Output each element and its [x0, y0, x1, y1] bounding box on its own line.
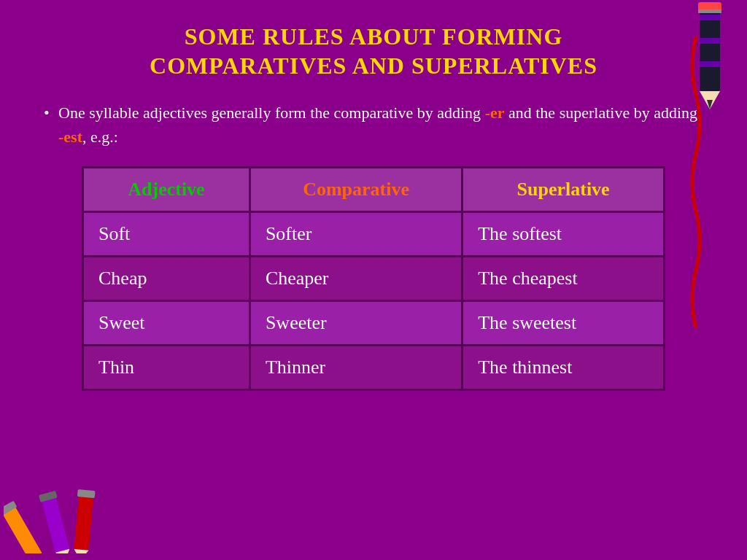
page-container: SOME RULES ABOUT FORMING COMPARATIVES AN…	[0, 0, 747, 560]
title-line1: SOME RULES ABOUT FORMING	[185, 23, 563, 50]
desc-text2: and the superlative by adding	[504, 104, 697, 122]
grammar-table-wrapper: Adjective Comparative Superlative SoftSo…	[82, 166, 665, 391]
suffix-er: -er	[485, 104, 505, 122]
table-row: ThinThinnerThe thinnest	[83, 346, 665, 390]
suffix-est: -est	[58, 128, 82, 146]
table-cell-r0-c1: Softer	[249, 212, 462, 257]
header-superlative: Superlative	[462, 168, 665, 212]
header-comparative: Comparative	[249, 168, 462, 212]
table-cell-r1-c1: Cheaper	[249, 257, 462, 301]
description-text: One syllable adjectives generally form t…	[44, 101, 703, 149]
header-adjective: Adjective	[83, 168, 250, 212]
table-body: SoftSofterThe softestCheapCheaperThe che…	[83, 212, 665, 390]
table-cell-r3-c2: The thinnest	[462, 346, 665, 390]
svg-rect-7	[698, 9, 721, 13]
table-cell-r2-c0: Sweet	[83, 301, 250, 346]
grammar-table: Adjective Comparative Superlative SoftSo…	[82, 166, 665, 391]
svg-rect-14	[40, 492, 69, 552]
pencil-bottom-left-icon	[4, 488, 106, 556]
svg-rect-1	[700, 15, 720, 20]
desc-text3: , e.g.:	[82, 128, 118, 146]
table-row: SweetSweeterThe sweetest	[83, 301, 665, 346]
page-title: SOME RULES ABOUT FORMING COMPARATIVES AN…	[44, 22, 703, 80]
svg-rect-18	[74, 491, 94, 550]
table-cell-r0-c0: Soft	[83, 212, 250, 257]
table-row: CheapCheaperThe cheapest	[83, 257, 665, 301]
table-cell-r0-c2: The softest	[462, 212, 665, 257]
table-cell-r3-c0: Thin	[83, 346, 250, 390]
red-squiggle-icon	[685, 36, 707, 331]
table-cell-r2-c2: The sweetest	[462, 301, 665, 346]
svg-rect-2	[700, 26, 720, 32]
table-header-row: Adjective Comparative Superlative	[83, 168, 665, 212]
table-cell-r2-c1: Sweeter	[249, 301, 462, 346]
desc-text1: One syllable adjectives generally form t…	[58, 104, 485, 122]
table-row: SoftSofterThe softest	[83, 212, 665, 257]
svg-rect-19	[77, 489, 96, 498]
table-cell-r3-c1: Thinner	[249, 346, 462, 390]
table-cell-r1-c2: The cheapest	[462, 257, 665, 301]
title-line2: COMPARATIVES AND SUPERLATIVES	[150, 52, 597, 79]
table-cell-r1-c0: Cheap	[83, 257, 250, 301]
